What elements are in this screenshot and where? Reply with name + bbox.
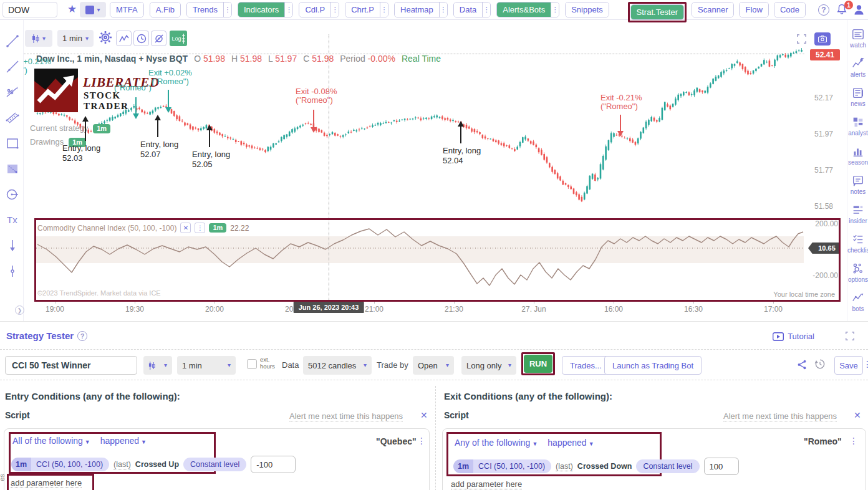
trade-by-dropdown[interactable]: Open▾ bbox=[413, 356, 454, 375]
kebab-menu-icon[interactable]: ⋮ bbox=[482, 2, 490, 17]
strategy-name-input[interactable] bbox=[5, 356, 137, 375]
tester-timeframe-dropdown[interactable]: 1 min▾ bbox=[177, 356, 236, 375]
exit-label-2: ("Romeo") bbox=[114, 84, 152, 92]
match-type-dropdown[interactable]: Any of the following▼ bbox=[455, 438, 538, 448]
save-button[interactable]: Save bbox=[834, 356, 863, 375]
kebab-menu-icon[interactable]: ⋮ bbox=[417, 436, 426, 446]
sidebar-item-alerts[interactable]: alerts bbox=[847, 57, 868, 78]
button-label[interactable]: Chrt.P bbox=[345, 2, 380, 17]
draw-tool-parallel-channel[interactable] bbox=[5, 110, 20, 125]
button-label[interactable]: Data bbox=[454, 2, 482, 17]
sidebar-item-insider[interactable]: insider bbox=[847, 203, 868, 224]
ext-hours-checkbox[interactable] bbox=[247, 359, 257, 369]
kebab-menu-icon[interactable]: ⋮ bbox=[330, 2, 339, 17]
add-parameter-link[interactable]: add parameter here bbox=[451, 479, 522, 489]
close-icon[interactable]: ✕ bbox=[420, 410, 428, 420]
kebab-menu-icon[interactable]: ⋮ bbox=[195, 223, 205, 233]
happened-dropdown[interactable]: happened▼ bbox=[100, 436, 147, 446]
kebab-menu-icon[interactable]: ⋮ bbox=[223, 2, 231, 17]
share-icon[interactable] bbox=[796, 359, 808, 370]
add-parameter-link[interactable]: add parameter here bbox=[11, 478, 82, 488]
layer-current-strategy[interactable]: Current strategy1m bbox=[30, 123, 110, 133]
button-label[interactable]: Strat.Tester bbox=[631, 5, 683, 19]
indicator-chip[interactable]: CCI (50, 100, -100) bbox=[31, 458, 109, 471]
trades-button[interactable]: Trades... bbox=[562, 356, 610, 375]
expand-icon[interactable] bbox=[846, 332, 854, 340]
kebab-menu-icon[interactable]: ⋮ bbox=[849, 436, 858, 446]
last-selector[interactable]: (last) bbox=[113, 460, 131, 469]
sidebar-item-watch[interactable]: watch bbox=[847, 27, 868, 49]
happened-dropdown[interactable]: happened▼ bbox=[547, 438, 594, 448]
button-label[interactable]: Indicators bbox=[238, 2, 284, 17]
draw-tool-extended-line[interactable] bbox=[5, 59, 20, 74]
kebab-menu-icon[interactable]: ⋮ bbox=[863, 359, 868, 369]
time-axis[interactable]: 19:0019:3020:0020:3021:0021:3027. Jun16:… bbox=[0, 301, 847, 317]
button-label[interactable]: A.Fib bbox=[150, 2, 180, 17]
user-profile-icon[interactable] bbox=[852, 3, 866, 16]
kebab-menu-icon[interactable]: ⋮ bbox=[439, 2, 447, 17]
draw-tool-trend-line[interactable] bbox=[5, 34, 20, 49]
constant-level-chip[interactable]: Constant level bbox=[183, 458, 246, 471]
fullscreen-icon[interactable] bbox=[797, 34, 806, 44]
data-candles-dropdown[interactable]: 5012 candles▾ bbox=[303, 356, 372, 375]
timeframe-chip[interactable]: 1m bbox=[453, 459, 473, 473]
entry-alert-link[interactable]: Alert me next time this happens bbox=[289, 411, 403, 421]
button-label[interactable]: Cdl.P bbox=[299, 2, 330, 17]
realtime-label: Real Time bbox=[402, 54, 441, 64]
exit-alert-link[interactable]: Alert me next time this happens bbox=[723, 411, 837, 421]
button-label[interactable]: MTFA bbox=[110, 2, 143, 17]
constant-level-chip[interactable]: Constant level bbox=[636, 459, 699, 473]
sidebar-item-checklist[interactable]: checklist bbox=[847, 233, 868, 254]
favorite-star-icon[interactable]: ★ bbox=[67, 2, 77, 16]
draw-tool-rectangle[interactable] bbox=[5, 136, 20, 151]
sidebar-item-news[interactable]: news bbox=[847, 86, 868, 107]
launch-trading-bot-button[interactable]: Launch as Trading Bot bbox=[604, 356, 702, 375]
draw-tool-circle[interactable] bbox=[5, 187, 20, 202]
button-label[interactable]: Scanner bbox=[692, 2, 733, 17]
sidebar-item-bots[interactable]: bots bbox=[847, 291, 868, 312]
constant-value-input[interactable] bbox=[251, 456, 296, 473]
button-label[interactable]: Code bbox=[774, 2, 805, 17]
sidebar-item-season[interactable]: season bbox=[847, 145, 868, 166]
indicator-chip[interactable]: CCI (50, 100, -100) bbox=[473, 459, 551, 473]
button-label[interactable]: Trends bbox=[187, 2, 223, 17]
chart-area[interactable]: ▾ 1 min ▾ Log Dow Inc., 1 min, Nasdaq + … bbox=[0, 0, 847, 321]
help-icon[interactable]: ? bbox=[77, 331, 87, 341]
screenshot-camera-icon[interactable] bbox=[814, 32, 831, 46]
direction-dropdown[interactable]: Long only▾ bbox=[461, 356, 516, 375]
draw-tool-percent-line[interactable] bbox=[5, 85, 20, 100]
close-icon[interactable]: ✕ bbox=[854, 410, 861, 420]
button-label[interactable]: Heatmap bbox=[395, 2, 439, 17]
bar-type-dropdown[interactable]: ▾ bbox=[143, 356, 172, 375]
ticker-input[interactable] bbox=[2, 2, 57, 17]
draw-tool-vertical-line[interactable] bbox=[5, 264, 20, 279]
toolbar-expand-icon[interactable]: ❯ bbox=[15, 305, 24, 315]
constant-value-input[interactable] bbox=[704, 458, 739, 475]
match-type-dropdown[interactable]: All of the following▼ bbox=[12, 436, 90, 446]
sidebar-item-analyst[interactable]: analyst bbox=[847, 115, 868, 137]
kebab-menu-icon[interactable]: ⋮ bbox=[284, 2, 292, 17]
kebab-menu-icon[interactable]: ⋮ bbox=[551, 2, 559, 17]
sidebar-item-options[interactable]: options bbox=[847, 262, 868, 283]
cci-indicator-panel[interactable]: Commodity Channel Index (50, 100, -100) … bbox=[36, 220, 840, 300]
bar-style-dropdown[interactable]: ▾ bbox=[80, 2, 106, 17]
run-button[interactable]: RUN bbox=[524, 355, 552, 373]
timezone-note: Your local time zone bbox=[773, 291, 835, 298]
notifications-bell[interactable]: 1 bbox=[836, 3, 849, 17]
button-label[interactable]: Flow bbox=[740, 2, 768, 17]
timeframe-chip[interactable]: 1m bbox=[11, 458, 31, 471]
button-label[interactable]: Snippets bbox=[566, 2, 609, 17]
draw-tool-filled-rectangle[interactable] bbox=[5, 161, 20, 176]
entry-arrow-icon bbox=[209, 128, 210, 147]
operator-label: Crossed Down bbox=[577, 462, 632, 471]
button-label[interactable]: Alerts&Bots bbox=[497, 2, 551, 17]
kebab-menu-icon[interactable]: ⋮ bbox=[380, 2, 388, 17]
tutorial-link[interactable]: Tutorial bbox=[773, 332, 814, 341]
draw-tool-arrow-down[interactable] bbox=[5, 238, 20, 253]
sidebar-item-notes[interactable]: notes bbox=[847, 174, 868, 195]
last-selector[interactable]: (last) bbox=[556, 462, 573, 471]
close-icon[interactable]: ✕ bbox=[180, 223, 191, 233]
draw-tool-text[interactable]: Tx bbox=[5, 213, 20, 228]
help-icon[interactable]: ? bbox=[818, 4, 829, 16]
history-icon[interactable] bbox=[814, 358, 826, 370]
